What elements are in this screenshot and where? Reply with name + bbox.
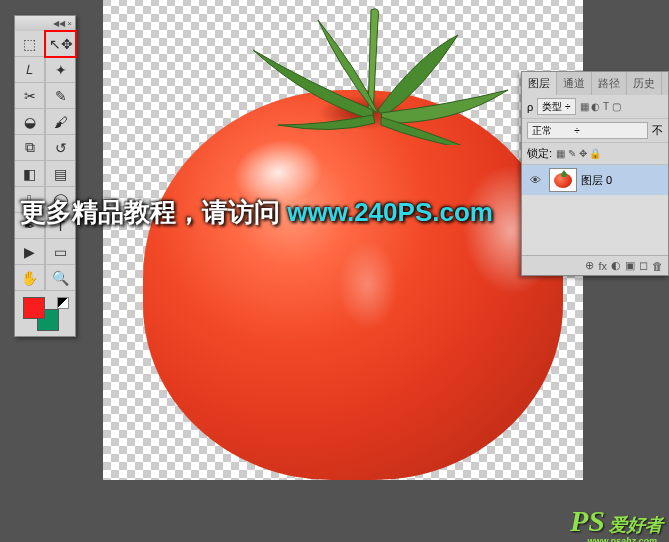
tomato-stem-icon (223, 0, 523, 145)
tab-channels[interactable]: 通道 (557, 72, 592, 95)
clone-tool[interactable]: ⧉ (15, 135, 45, 161)
lasso-tool[interactable]: 𝘓 (15, 57, 45, 83)
marquee-tool[interactable]: ⬚ (15, 31, 45, 57)
layer-thumbnail[interactable] (549, 168, 577, 192)
gradient-tool[interactable]: ▤ (45, 161, 75, 187)
magic-wand-tool[interactable]: ✦ (45, 57, 75, 83)
layer-footer-button-2[interactable]: ◐ (611, 259, 621, 272)
crop-tool[interactable]: ✂ (15, 83, 45, 109)
lock-label: 锁定: (527, 146, 552, 161)
filter-prefix: ρ (527, 101, 533, 113)
layer-footer-button-0[interactable]: ⊕ (585, 259, 594, 272)
tab-paths[interactable]: 路径 (592, 72, 627, 95)
tools-panel: ◀◀ × ⬚↖✥𝘓✦✂✎◒🖌⧉↺◧▤𓂃◯✒T▶▭✋🔍 (14, 15, 76, 337)
path-select-tool[interactable]: ▶ (15, 239, 45, 265)
lock-icons[interactable]: ▦ ✎ ✥ 🔒 (556, 148, 601, 159)
layer-list: 👁图层 0 (522, 165, 668, 195)
watermark: PS 爱好者 (570, 504, 663, 538)
tutorial-overlay-text: 更多精品教程，请访问 www.240PS.com (20, 195, 493, 230)
panel-collapse-icons[interactable]: ◀◀ × (15, 16, 75, 31)
layer-footer-button-1[interactable]: fx (598, 260, 607, 272)
hand-tool[interactable]: ✋ (15, 265, 45, 291)
brush-tool[interactable]: 🖌 (45, 109, 75, 135)
blend-mode-select[interactable]: 正常 ÷ (527, 122, 648, 139)
color-swatches[interactable] (15, 291, 75, 336)
filter-type-icons[interactable]: ▦ ◐ T ▢ (580, 101, 621, 112)
layer-footer-button-3[interactable]: ▣ (625, 259, 635, 272)
zoom-tool[interactable]: 🔍 (45, 265, 75, 291)
default-colors-icon[interactable] (57, 297, 69, 309)
layer-footer-button-4[interactable]: ◻ (639, 259, 648, 272)
watermark-url: www.psahz.com (587, 536, 657, 542)
foreground-color-swatch[interactable] (23, 297, 45, 319)
opacity-label-partial: 不 (652, 123, 663, 138)
tab-layers[interactable]: 图层 (522, 72, 557, 95)
eraser-tool[interactable]: ◧ (15, 161, 45, 187)
layer-filter-select[interactable]: 类型 ÷ (537, 98, 575, 115)
move-tool[interactable]: ↖✥ (45, 31, 75, 57)
eyedropper-tool[interactable]: ✎ (45, 83, 75, 109)
shape-tool[interactable]: ▭ (45, 239, 75, 265)
layer-list-empty-area (522, 195, 668, 255)
layer-row[interactable]: 👁图层 0 (522, 165, 668, 195)
spot-heal-tool[interactable]: ◒ (15, 109, 45, 135)
layers-panel-footer: ⊕fx◐▣◻🗑 (522, 255, 668, 275)
layer-footer-button-5[interactable]: 🗑 (652, 260, 663, 272)
tab-history[interactable]: 历史 (627, 72, 662, 95)
layer-name[interactable]: 图层 0 (581, 173, 612, 188)
history-brush-tool[interactable]: ↺ (45, 135, 75, 161)
visibility-toggle-icon[interactable]: 👁 (525, 174, 545, 186)
layers-panel: 图层通道路径历史 ρ 类型 ÷ ▦ ◐ T ▢ 正常 ÷ 不 锁定: ▦ ✎ ✥… (521, 71, 669, 276)
